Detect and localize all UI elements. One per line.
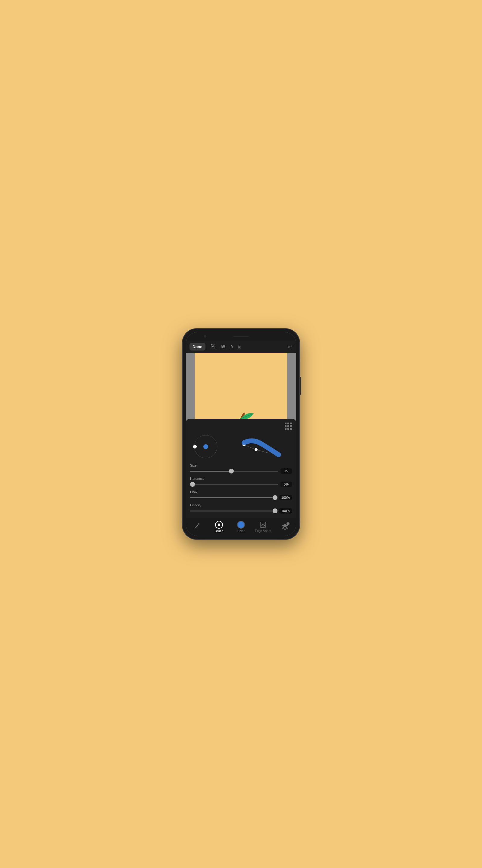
adjustments-tool-icon[interactable] (221, 344, 226, 350)
flow-label: Flow (190, 490, 292, 494)
svg-point-11 (193, 445, 197, 448)
brush-tab-label: Brush (215, 530, 223, 533)
edge-aware-tab-label: Edge Aware (255, 529, 271, 532)
hardness-label: Hardness (190, 477, 292, 480)
tab-layers[interactable]: + (274, 523, 296, 530)
color-tab-label: Color (237, 530, 245, 533)
svg-point-16 (255, 448, 258, 451)
flow-fill (190, 497, 275, 498)
tab-brush[interactable]: Brush (208, 521, 230, 533)
tab-color[interactable]: Color (230, 521, 252, 533)
opacity-slider-control: 100% (190, 508, 292, 514)
canvas-area: Size 75 Hardness (186, 353, 296, 518)
size-slider-row: Size 75 (190, 464, 292, 474)
selection-tool-icon[interactable] (210, 344, 216, 350)
tab-bar: Brush Color Edge Aware (186, 518, 296, 536)
flow-slider-control: 100% (190, 495, 292, 500)
svg-point-6 (222, 347, 223, 347)
brush-stroke-preview (226, 432, 292, 459)
size-thumb[interactable] (229, 469, 234, 473)
opacity-label: Opacity (190, 503, 292, 507)
grid-menu-icon[interactable] (285, 423, 292, 430)
opacity-thumb[interactable] (272, 508, 278, 513)
hardness-track[interactable] (190, 484, 278, 485)
brush-preview-row (190, 432, 292, 459)
undo-icon[interactable]: ↩ (288, 344, 292, 350)
opacity-track[interactable] (190, 510, 277, 512)
hardness-slider-control: 0% (190, 482, 292, 487)
flow-track[interactable] (190, 497, 277, 498)
edge-aware-icon (259, 521, 267, 528)
done-button[interactable]: Done (190, 343, 205, 350)
size-fill (190, 471, 231, 472)
brush-inner-dot (218, 524, 220, 526)
flow-thumb[interactable] (272, 495, 278, 500)
toolbar-icons: fx & (210, 344, 241, 350)
tab-paint[interactable] (186, 523, 208, 531)
svg-point-12 (203, 444, 208, 449)
size-label: Size (190, 464, 292, 467)
svg-point-4 (222, 345, 223, 346)
hardness-slider-row: Hardness 0% (190, 477, 292, 487)
hardness-thumb[interactable] (190, 482, 195, 487)
fx-tool-icon[interactable]: fx (231, 344, 233, 349)
opacity-fill (190, 510, 275, 512)
paintbrush-icon (194, 523, 200, 531)
opacity-slider-row: Opacity 100% (190, 503, 292, 514)
hardness-value[interactable]: 0% (281, 482, 292, 487)
color-circle-icon (237, 521, 245, 529)
brush-active-icon (215, 521, 223, 529)
layers-plus-badge: + (287, 522, 289, 525)
size-value[interactable]: 75 (281, 468, 292, 474)
slider-group: Size 75 Hardness (190, 464, 292, 514)
flow-slider-row: Flow 100% (190, 490, 292, 500)
speaker (233, 336, 249, 337)
phone-screen: Done (186, 332, 296, 536)
svg-point-18 (198, 524, 199, 524)
svg-point-5 (223, 346, 224, 347)
opacity-value[interactable]: 100% (279, 508, 292, 514)
brush-panel: Size 75 Hardness (186, 419, 296, 518)
blend-mode-icon[interactable]: & (238, 344, 241, 350)
flow-value[interactable]: 100% (279, 495, 292, 500)
phone-frame: Done (182, 329, 300, 539)
front-camera (204, 335, 206, 338)
brush-circle-preview (190, 432, 223, 459)
svg-line-13 (244, 445, 256, 450)
notch (186, 332, 296, 341)
tab-edge-aware[interactable]: Edge Aware (252, 521, 274, 532)
size-slider-control: 75 (190, 468, 292, 474)
size-track[interactable] (190, 471, 278, 472)
toolbar: Done (186, 341, 296, 353)
layers-icon: + (281, 523, 289, 530)
